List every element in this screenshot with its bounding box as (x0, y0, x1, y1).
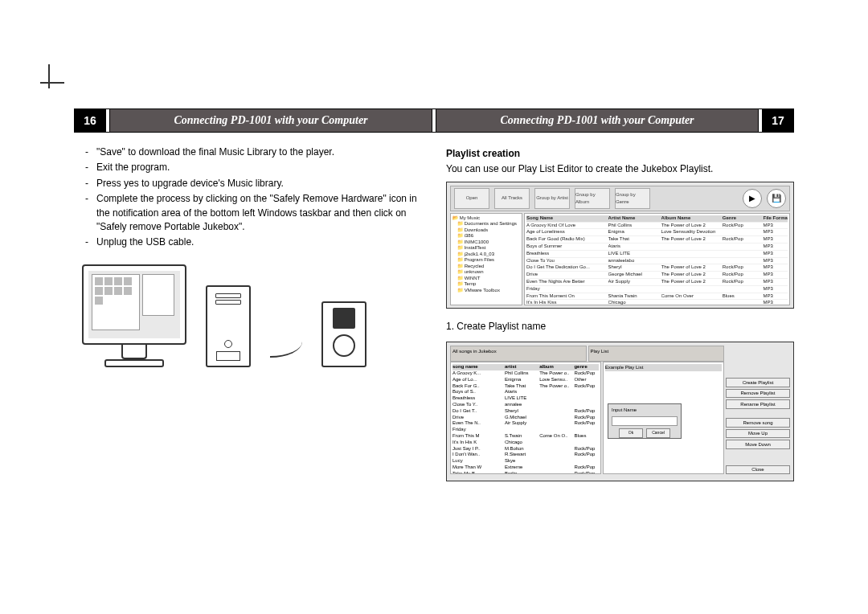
instruction-list: "Save" to download the final Music Libra… (74, 145, 422, 250)
ss-folder-tree: 📂 My Music📁 Documents and Settings📁 Down… (450, 213, 522, 305)
list-item: Complete the process by clicking on the … (74, 192, 422, 234)
header-bar: 16 Connecting PD-1001 with your Computer… (74, 108, 794, 133)
page-number-left: 16 (75, 109, 105, 132)
toolbar-all-tracks: All Tracks (494, 188, 530, 209)
usb-cable-icon (270, 340, 302, 358)
toolbar-playlist-icon: ▶ (743, 189, 762, 208)
crop-mark (40, 64, 64, 88)
page-title-right: Connecting PD-1001 with your Computer (436, 109, 758, 132)
right-page-body: Playlist creation You can use our Play L… (446, 145, 794, 489)
dialog-input (612, 416, 678, 426)
dialog-label: Input Name (608, 404, 681, 416)
step-1-label: 1. Create Playlist name (446, 320, 794, 334)
pc-tower-icon (206, 285, 251, 367)
intro-text: You can use our Play List Editor to crea… (446, 162, 794, 176)
ss-toolbar: Open All Tracks Group by Artist Group by… (450, 186, 790, 211)
ss2-label-playlist: Play List (588, 346, 725, 362)
list-item: "Save" to download the final Music Libra… (74, 145, 422, 159)
ss2-buttons: Create Playlist Remove Playlist Rename P… (726, 362, 790, 474)
toolbar-group-album: Group by Album (575, 188, 610, 209)
monitor-icon (82, 264, 186, 367)
close-button: Close (726, 465, 790, 474)
move-down-button: Move Down (726, 440, 790, 448)
page-title-left: Connecting PD-1001 with your Computer (110, 109, 432, 132)
remove-song-button: Remove song (726, 418, 790, 427)
ss2-label-allsongs: All songs in Jukebox (450, 346, 587, 362)
list-item: Press yes to upgrade device's Music libr… (74, 177, 422, 190)
pd-1001-player-icon (321, 301, 366, 367)
connection-illustration (74, 264, 422, 367)
move-up-button: Move Up (726, 429, 790, 438)
ss2-all-songs-list: song nameartistalbumgenreA Groovy K...Ph… (450, 362, 601, 474)
rename-playlist-button: Rename Playlist (726, 399, 790, 408)
toolbar-save-icon: 💾 (767, 189, 786, 208)
list-item: Unplug the USB cable. (74, 235, 422, 249)
left-page-body: "Save" to download the final Music Libra… (74, 145, 422, 489)
subhead-playlist-creation: Playlist creation (446, 147, 794, 161)
toolbar-group-genre: Group by Genre (615, 188, 650, 209)
ss-track-list: Song NameArtist NameAlbum NameGenreFile … (524, 213, 790, 305)
create-playlist-button: Create Playlist (726, 378, 790, 387)
toolbar-group-artist: Group by Artist (534, 188, 570, 209)
create-playlist-screenshot: All songs in Jukebox Play List song name… (446, 342, 794, 481)
page-number-right: 17 (763, 109, 793, 132)
input-name-dialog: Input Name Ok Cancel (608, 403, 682, 439)
toolbar-open: Open (454, 188, 489, 209)
remove-playlist-button: Remove Playlist (726, 389, 790, 398)
playlist-editor-screenshot: Open All Tracks Group by Artist Group by… (446, 182, 794, 309)
dialog-ok-button: Ok (619, 428, 643, 438)
dialog-cancel-button: Cancel (646, 428, 670, 438)
list-item: Exit the program. (74, 161, 422, 174)
